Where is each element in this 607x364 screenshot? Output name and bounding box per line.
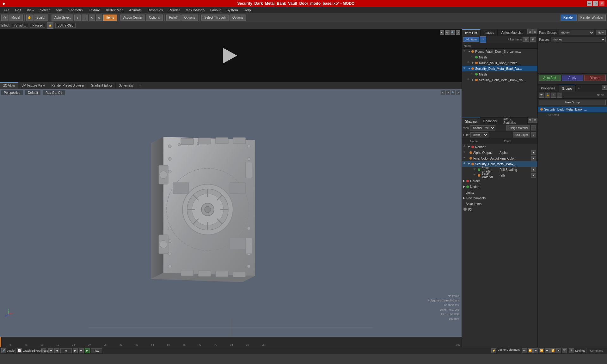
shading-expand-icon[interactable]: ⊞ [528, 118, 532, 123]
preview-expand-icon[interactable]: ↗ [456, 30, 460, 35]
settings-icon[interactable]: ⚙ [569, 348, 574, 353]
shader-row[interactable]: 👁 Security_Dark_Metal_Bank_... [462, 161, 537, 167]
groups-eye-icon[interactable]: 👁 [539, 93, 544, 98]
groups-add-icon[interactable]: + [551, 93, 556, 98]
sculpt-icon[interactable]: ✋ [26, 15, 33, 21]
visibility-icon[interactable]: 👁 [463, 67, 467, 70]
vp-refresh-icon[interactable]: ⟳ [446, 90, 450, 95]
tab-properties[interactable]: Properties [538, 85, 559, 92]
vp-search-icon[interactable]: 🔍 [451, 90, 455, 95]
expand-icon[interactable] [463, 185, 465, 188]
options1-button[interactable]: Options [146, 15, 162, 21]
menu-item-view[interactable]: View [24, 8, 37, 12]
list-item[interactable]: 👁 Mesh [462, 71, 537, 77]
skip-next-button[interactable]: ⏭ [79, 348, 84, 353]
expand-icon[interactable]: ▶ [471, 78, 475, 82]
add-layer-button[interactable]: Add Layer [513, 132, 530, 137]
menu-item-system[interactable]: System [224, 8, 241, 12]
expand-icon[interactable]: ▶ [468, 50, 471, 53]
expand-icon[interactable] [468, 163, 470, 165]
ray-gl-label[interactable]: Ray GL: Off [43, 90, 65, 95]
auto-select-button[interactable]: Auto Select [52, 15, 73, 21]
model-button[interactable]: Model [9, 15, 23, 21]
items-button[interactable]: Items [103, 15, 117, 21]
tab-add-button[interactable]: + [137, 82, 143, 89]
pb-btn-8[interactable]: 🎬 [562, 348, 567, 353]
groups-remove-icon[interactable]: − [557, 93, 562, 98]
vp-settings-icon[interactable]: ⚙ [441, 90, 445, 95]
pb-btn-4[interactable]: ⏩ [539, 348, 544, 353]
visibility-icon[interactable]: 👁 [471, 55, 475, 59]
groups-row[interactable]: All Items [538, 112, 607, 118]
menu-item-file[interactable]: File [1, 8, 12, 12]
expand-icon[interactable]: ▼ [468, 67, 471, 70]
expand-icon[interactable] [463, 180, 465, 182]
menu-item-item[interactable]: Item [53, 8, 64, 12]
tab-schematic[interactable]: Schematic [116, 82, 137, 89]
shader-row[interactable]: fx FX [462, 207, 537, 212]
effect-value[interactable]: (Shadi... [12, 23, 28, 28]
visibility-icon[interactable]: 👁 [473, 168, 477, 172]
menu-item-geometry[interactable]: Geometry [65, 8, 85, 12]
model-icon[interactable]: ⬡ [1, 15, 8, 21]
tab-uv-texture-view[interactable]: UV Texture View [18, 82, 48, 89]
filter-f-btn[interactable]: F [530, 37, 536, 42]
visibility-icon[interactable]: 👁 [467, 61, 471, 65]
vp-expand-icon[interactable]: ↗ [456, 90, 460, 95]
shader-s-icon[interactable]: S [531, 132, 536, 137]
transform-icon-3[interactable]: ⟲ [89, 15, 95, 21]
shading-collapse-icon[interactable]: ⊟ [533, 118, 537, 123]
shader-row[interactable]: Environments [462, 195, 537, 201]
new-button[interactable]: New [596, 30, 606, 35]
effect-dropdown[interactable]: ▼ [531, 156, 536, 161]
transform-icon-1[interactable]: ↕ [74, 15, 81, 21]
view-select[interactable]: Shader Tree [470, 125, 495, 130]
tab-render-preset-browser[interactable]: Render Preset Browser [48, 82, 88, 89]
assign-material-button[interactable]: Assign Material [506, 125, 530, 130]
apply-button[interactable]: Apply [562, 75, 583, 81]
list-item[interactable]: 👁 ▶ Security_Dark_Metal_Bank_Vault_Doo..… [462, 77, 537, 83]
pass-groups-select[interactable]: (none) [559, 30, 594, 35]
visibility-icon[interactable]: 👁 [463, 162, 466, 166]
skip-prev-button[interactable]: ⏮ [48, 348, 53, 353]
filter-s-btn[interactable]: S [523, 37, 529, 42]
play-pause-button[interactable]: ▶ [85, 348, 90, 353]
expand-icon[interactable] [468, 146, 470, 148]
menu-item-layout[interactable]: Layout [208, 8, 223, 12]
list-item[interactable]: 👁 ▶ Round_Vault_Door_Bronze ... [462, 60, 537, 66]
render-window-button[interactable]: Render Window [578, 15, 606, 21]
menu-item-edit[interactable]: Edit [13, 8, 24, 12]
viewport-3d[interactable]: Perspective Default Ray GL: Off ⚙ ⟳ 🔍 ↗ [0, 89, 462, 337]
menu-item-help[interactable]: Help [241, 8, 254, 12]
visibility-icon[interactable]: 👁 [467, 78, 471, 82]
pb-btn-3[interactable]: ⏹ [533, 348, 538, 353]
shader-row[interactable]: Library [462, 178, 537, 184]
preview-settings-icon[interactable]: ⚙ [440, 30, 444, 35]
expand-icon[interactable] [463, 197, 465, 199]
tab-item-list[interactable]: Item List [462, 29, 481, 36]
pb-btn-1[interactable]: ⏮ [522, 348, 527, 353]
shader-row[interactable]: 👁 Base Shader Full Shading ▼ [462, 167, 537, 173]
prev-frame-button[interactable]: ◀ [54, 348, 59, 353]
list-item[interactable]: 👁 Mesh [462, 54, 537, 60]
minimize-button[interactable]: — [587, 1, 592, 6]
visibility-icon[interactable]: 👁 [471, 72, 475, 76]
menu-item-select[interactable]: Select [37, 8, 52, 12]
transform-icon-2[interactable]: ↔ [82, 15, 88, 21]
list-item[interactable]: 👁 ▼ Security_Dark_Metal_Bank_Vault... [462, 66, 537, 71]
pb-btn-5[interactable]: ⏭ [545, 348, 550, 353]
pb-btn-6[interactable]: 🔁 [550, 348, 555, 353]
item-list-expand-icon[interactable]: ⊞ [527, 29, 532, 34]
paused-value[interactable]: Paused [30, 23, 45, 28]
preview-refresh-icon[interactable]: ⟳ [445, 30, 450, 35]
visibility-icon[interactable]: 👁 [463, 50, 467, 53]
audio-icon[interactable]: 🔊 [1, 348, 6, 353]
add-item-button[interactable]: Add Item [463, 37, 479, 42]
close-button[interactable]: ✕ [599, 1, 604, 6]
sculpt-button[interactable]: Sculpt [34, 15, 48, 21]
props-expand-icon[interactable]: ⊞ [602, 85, 607, 90]
falloff-button[interactable]: Falloff [166, 15, 181, 21]
groups-row[interactable]: Security_Dark_Metal_Bank_... [538, 106, 607, 112]
menu-item-maxtomodo[interactable]: MaxToModo [183, 8, 207, 12]
menu-item-vertex map[interactable]: Vertex Map [103, 8, 126, 12]
